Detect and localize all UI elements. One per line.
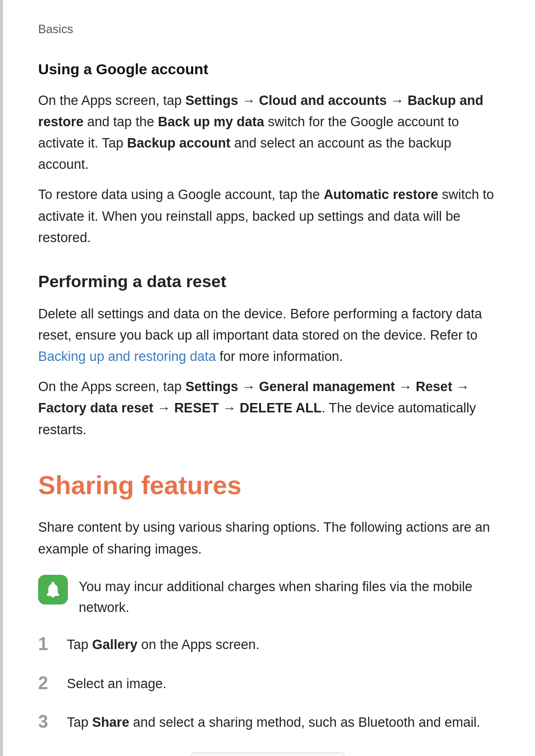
step-3-number: 3 [38, 709, 58, 734]
screenshot-container: Link Sharing link.samsung.com/l/Mfc-ct A… [38, 753, 497, 756]
note-text: You may incur additional charges when sh… [79, 574, 497, 618]
breadcrumb: Basics [38, 20, 497, 38]
screenshot-box: Link Sharing link.samsung.com/l/Mfc-ct A… [191, 753, 344, 756]
note-icon [38, 575, 68, 605]
step-1-text: Tap Gallery on the Apps screen. [67, 632, 260, 655]
step-1-number: 1 [38, 632, 58, 656]
sharing-features-section: Sharing features Share content by using … [38, 465, 497, 756]
data-reset-para1: Delete all settings and data on the devi… [38, 303, 497, 368]
note-box: You may incur additional charges when sh… [38, 574, 497, 618]
sharing-features-intro: Share content by using various sharing o… [38, 517, 497, 559]
data-reset-heading: Performing a data reset [38, 268, 497, 295]
google-account-para1: On the Apps screen, tap Settings → Cloud… [38, 90, 497, 176]
data-reset-section: Performing a data reset Delete all setti… [38, 268, 497, 441]
bell-icon [44, 580, 62, 599]
step-3-text: Tap Share and select a sharing method, s… [67, 709, 481, 733]
google-account-section: Using a Google account On the Apps scree… [38, 58, 497, 249]
google-account-para2: To restore data using a Google account, … [38, 184, 497, 249]
step-2: 2 Select an image. [38, 671, 497, 696]
sharing-features-heading: Sharing features [38, 465, 497, 505]
step-list: 1 Tap Gallery on the Apps screen. 2 Sele… [38, 632, 497, 734]
step-2-text: Select an image. [67, 671, 166, 695]
step-2-number: 2 [38, 671, 58, 696]
left-border [0, 0, 3, 756]
backing-up-link[interactable]: Backing up and restoring data [38, 349, 216, 364]
step-1: 1 Tap Gallery on the Apps screen. [38, 632, 497, 656]
step-3: 3 Tap Share and select a sharing method,… [38, 709, 497, 734]
data-reset-para2: On the Apps screen, tap Settings → Gener… [38, 376, 497, 441]
google-account-heading: Using a Google account [38, 58, 497, 81]
